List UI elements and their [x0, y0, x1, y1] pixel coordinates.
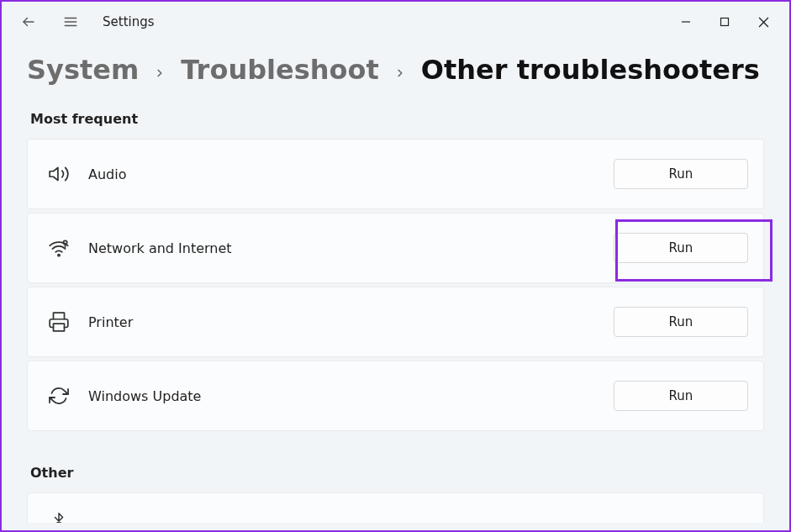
troubleshooter-label: Printer [88, 314, 133, 330]
close-button[interactable] [744, 8, 783, 35]
content-area: Most frequent Audio Run Network and Inte… [2, 111, 789, 523]
section-title-most-frequent: Most frequent [30, 111, 764, 127]
chevron-right-icon [394, 63, 406, 83]
chevron-right-icon [154, 63, 166, 83]
troubleshooter-card-windows-update: Windows Update Run [27, 361, 764, 431]
other-list [27, 492, 764, 523]
svg-rect-5 [721, 18, 729, 26]
update-icon [48, 385, 70, 407]
svg-point-9 [58, 255, 60, 256]
titlebar-left: Settings [18, 12, 155, 32]
troubleshooter-card-printer: Printer Run [27, 287, 764, 357]
bluetooth-icon [48, 510, 70, 523]
maximize-button[interactable] [705, 8, 744, 35]
troubleshooter-card-audio: Audio Run [27, 139, 764, 209]
troubleshooter-card-other-peek [27, 492, 764, 523]
run-button-audio[interactable]: Run [614, 159, 748, 189]
run-button-network[interactable]: Run [614, 233, 748, 263]
titlebar: Settings [2, 2, 789, 42]
troubleshooter-card-network: Network and Internet Run [27, 213, 764, 283]
troubleshooter-label: Windows Update [88, 388, 201, 404]
network-icon [48, 237, 70, 259]
app-title: Settings [103, 14, 155, 29]
page-title: Other troubleshooters [421, 54, 760, 86]
menu-button[interactable] [61, 12, 81, 32]
svg-rect-12 [54, 324, 65, 331]
audio-icon [48, 163, 70, 185]
most-frequent-list: Audio Run Network and Internet Run Print… [27, 139, 764, 431]
window-controls [667, 8, 783, 35]
troubleshooter-label: Network and Internet [88, 240, 232, 256]
minimize-button[interactable] [667, 8, 705, 35]
troubleshooter-label: Audio [88, 166, 126, 182]
breadcrumb-troubleshoot[interactable]: Troubleshoot [181, 54, 379, 86]
breadcrumb-system[interactable]: System [27, 54, 139, 86]
run-button-printer[interactable]: Run [614, 307, 748, 337]
breadcrumb: System Troubleshoot Other troubleshooter… [2, 42, 789, 106]
run-button-windows-update[interactable]: Run [614, 381, 748, 411]
svg-marker-8 [50, 167, 58, 180]
back-button[interactable] [18, 12, 39, 32]
printer-icon [48, 311, 70, 333]
section-title-other: Other [30, 465, 764, 481]
